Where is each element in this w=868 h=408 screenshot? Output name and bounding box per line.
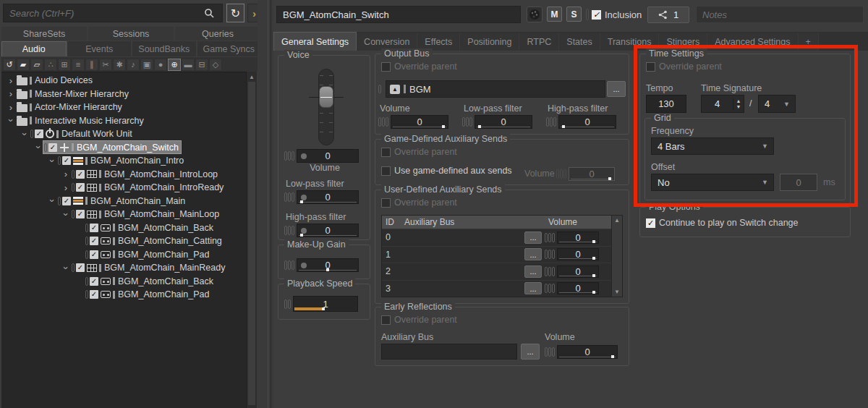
- expand-arrow-icon[interactable]: ›: [6, 102, 16, 113]
- collapse-arrow-icon[interactable]: ›: [61, 209, 72, 219]
- tab-positioning[interactable]: Positioning: [460, 33, 519, 51]
- bus-highpass-field[interactable]: 0: [558, 115, 616, 129]
- aux-volume-field[interactable]: 0: [557, 231, 599, 244]
- tree-checkbox[interactable]: ✓: [90, 224, 98, 232]
- tree-checkbox[interactable]: ✓: [48, 143, 57, 152]
- expand-arrow-icon[interactable]: ›: [61, 169, 71, 179]
- music-track-icon[interactable]: ◇: [209, 59, 222, 71]
- tab-advanced-settings[interactable]: Advanced Settings: [707, 33, 798, 51]
- voice-highpass-field[interactable]: 0: [297, 224, 359, 237]
- tab-rtpc[interactable]: RTPC: [519, 33, 559, 51]
- tree-item-interactive-music-hierarchy[interactable]: ›Interactive Music Hierarchy: [1, 114, 246, 128]
- playback-speed-field[interactable]: 1: [293, 296, 358, 312]
- solo-button[interactable]: S: [566, 7, 582, 22]
- expand-arrow-icon[interactable]: ›: [6, 75, 16, 86]
- tree-item-bgm-atomchain-switch[interactable]: ›✓BGM_AtomChain_Switch: [1, 141, 246, 155]
- tree-item-bgm-atomchain-back[interactable]: ✓BGM_AtomChain_Back: [1, 275, 246, 289]
- collapse-arrow-icon[interactable]: ›: [61, 263, 72, 273]
- tab-sharesets[interactable]: ShareSets: [1, 27, 87, 41]
- mixer-icon[interactable]: ∥: [85, 59, 98, 71]
- time-signature-numerator[interactable]: 4 ▲▼: [701, 95, 744, 113]
- work-unit-icon[interactable]: ↺: [3, 59, 16, 71]
- scroll-down-icon[interactable]: ▼: [614, 289, 620, 295]
- collapse-arrow-icon[interactable]: ›: [47, 156, 58, 166]
- output-bus-browse-button[interactable]: ...: [607, 81, 626, 97]
- scroll-up-icon[interactable]: ▲: [614, 217, 620, 224]
- user-aux-override-checkbox[interactable]: [381, 198, 391, 208]
- table-scrollbar[interactable]: ▲ ▼: [611, 216, 622, 297]
- tree-item-bgm-atomchain-mainloop[interactable]: ›✓BGM_AtomChain_MainLoop: [1, 208, 246, 221]
- music-switch-icon[interactable]: ⊕: [168, 59, 181, 71]
- collapse-arrow-icon[interactable]: ›: [20, 129, 30, 139]
- random-container-icon[interactable]: ✱: [113, 59, 126, 71]
- references-button[interactable]: 1: [647, 7, 689, 23]
- motion-icon[interactable]: ●: [154, 59, 167, 71]
- open-folder-icon[interactable]: ▱: [30, 59, 43, 71]
- sequence-container-icon[interactable]: ≡: [72, 59, 85, 71]
- mute-button[interactable]: M: [547, 7, 562, 22]
- output-bus-override-checkbox[interactable]: [381, 62, 391, 72]
- tree-checkbox[interactable]: ✓: [90, 237, 98, 245]
- folder-icon[interactable]: ▰: [17, 59, 30, 71]
- aux-volume-field[interactable]: 0: [557, 248, 599, 260]
- tree-checkbox[interactable]: ✓: [62, 156, 71, 165]
- tree-item-bgm-atomchain-mainready[interactable]: ›✓BGM_AtomChain_MainReady: [1, 261, 246, 275]
- add-tab-button[interactable]: +: [799, 33, 819, 51]
- tree-item-bgm-atomchain-pad[interactable]: ✓BGM_AtomChain_Pad: [1, 248, 246, 262]
- tree-item-default-work-unit[interactable]: ›✓Default Work Unit: [1, 127, 246, 141]
- tree-item-bgm-atomchain-intro[interactable]: ›✓BGM_AtomChain_Intro: [1, 154, 246, 168]
- voice-lowpass-field[interactable]: 0: [297, 190, 359, 204]
- color-palette-button[interactable]: [527, 7, 542, 22]
- tree-item-master-mixer-hierarchy[interactable]: ›Master-Mixer Hierarchy: [1, 88, 246, 101]
- output-bus-field[interactable]: ▲ BGM: [386, 80, 605, 98]
- search-input[interactable]: Search (Ctrl+F): [3, 4, 223, 22]
- collapse-arrow-icon[interactable]: ›: [33, 143, 44, 153]
- object-name-field[interactable]: BGM_AtomChain_Switch: [276, 6, 521, 23]
- offset-dropdown[interactable]: No ▼: [651, 174, 774, 191]
- aux-browse-button[interactable]: ...: [524, 282, 542, 294]
- cut-icon[interactable]: ✂: [99, 59, 112, 71]
- blend-container-icon[interactable]: ⊞: [58, 59, 71, 71]
- tree-checkbox[interactable]: ✓: [76, 210, 85, 218]
- aux-browse-button[interactable]: ...: [524, 248, 542, 260]
- tree-item-actor-mixer-hierarchy[interactable]: ›Actor-Mixer Hierarchy: [1, 101, 246, 114]
- makeup-gain-field[interactable]: 0: [297, 258, 359, 272]
- tree-checkbox[interactable]: ✓: [76, 170, 85, 179]
- collapse-arrow-icon[interactable]: ›: [47, 196, 58, 206]
- tree-item-bgm-atomchain-catting[interactable]: ✓BGM_AtomChain_Catting: [1, 234, 246, 248]
- use-game-aux-checkbox[interactable]: [381, 166, 391, 176]
- aux-browse-button[interactable]: ...: [524, 231, 542, 244]
- tab-events[interactable]: Events: [68, 41, 132, 56]
- tab-queries[interactable]: Queries: [175, 27, 260, 41]
- panel-splitter[interactable]: [258, 0, 273, 408]
- refresh-search-button[interactable]: ↻: [226, 4, 244, 22]
- bus-lowpass-field[interactable]: 0: [475, 115, 532, 129]
- tree-item-bgm-atomchain-main[interactable]: ›✓BGM_AtomChain_Main: [1, 195, 246, 208]
- er-aux-bus-field[interactable]: [381, 344, 517, 360]
- aux-volume-field[interactable]: 0: [557, 282, 599, 294]
- tab-soundbanks[interactable]: SoundBanks: [132, 41, 196, 56]
- voice-icon[interactable]: ▣: [140, 59, 153, 71]
- tree-checkbox[interactable]: ✓: [90, 250, 98, 259]
- scroll-up-icon[interactable]: ▲: [247, 72, 257, 82]
- game-aux-volume-field[interactable]: 0: [569, 167, 615, 181]
- er-volume-field[interactable]: 0: [557, 345, 618, 359]
- sound-icon[interactable]: ♪: [127, 59, 140, 71]
- tree-checkbox[interactable]: ✓: [35, 129, 43, 138]
- tab-general-settings[interactable]: General Settings: [273, 32, 357, 51]
- tempo-field[interactable]: 130: [646, 95, 686, 113]
- tab-states[interactable]: States: [559, 33, 600, 51]
- frequency-dropdown[interactable]: 4 Bars ▼: [651, 137, 774, 155]
- time-settings-override-checkbox[interactable]: [646, 62, 655, 72]
- time-signature-denominator[interactable]: 4 ▼: [758, 95, 796, 113]
- collapse-arrow-icon[interactable]: ›: [6, 116, 17, 126]
- spin-up-icon[interactable]: ▲: [736, 98, 741, 104]
- game-aux-override-checkbox[interactable]: [381, 148, 391, 157]
- early-reflections-override-checkbox[interactable]: [381, 315, 391, 325]
- spin-down-icon[interactable]: ▼: [736, 104, 741, 110]
- tree-checkbox[interactable]: ✓: [76, 183, 85, 192]
- tree-item-bgm-atomchain-introready[interactable]: ›✓BGM_AtomChain_IntroReady: [1, 181, 246, 195]
- tree-item-bgm-atomchain-introloop[interactable]: ›✓BGM_AtomChain_IntroLoop: [1, 168, 246, 182]
- offset-ms-field[interactable]: 0: [780, 174, 817, 191]
- music-segment-icon[interactable]: ▬: [182, 59, 195, 71]
